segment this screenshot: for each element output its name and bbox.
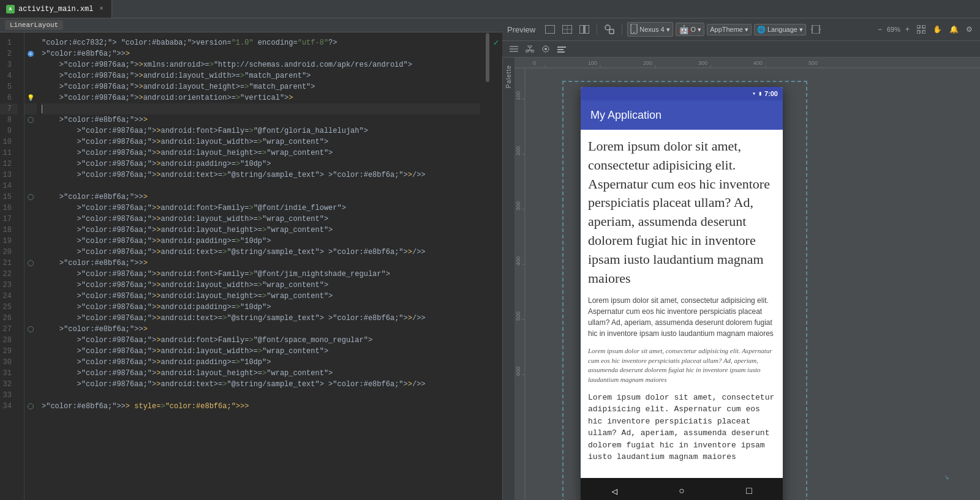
- line-number: 26: [0, 313, 18, 324]
- svg-text:500: 500: [515, 312, 521, 321]
- code-content[interactable]: 1234567891011121314151617181920212223242…: [0, 32, 502, 500]
- line-icon-blue: c: [24, 48, 37, 59]
- code-line: >"color:#9876aa;">>android:text>=>"@stri…: [42, 313, 480, 324]
- constraint-button[interactable]: [539, 43, 552, 54]
- tab-activity-main[interactable]: A activity_main.xml ×: [0, 0, 112, 18]
- zoom-in-button[interactable]: +: [903, 24, 912, 35]
- theme-dropdown-arrow: ▾: [745, 26, 748, 34]
- status-time: 7:00: [764, 90, 778, 97]
- svg-point-27: [545, 48, 547, 50]
- preview-toolbar: Preview Nexus: [502, 18, 980, 41]
- line-icon-bulb: 💡: [24, 92, 37, 103]
- ruler-container: 0 100 200 300 400 500: [514, 58, 980, 500]
- fit-screen-button[interactable]: [914, 24, 928, 35]
- device-label: Nexus 4: [639, 26, 664, 33]
- phone-toolbar: My Application: [581, 100, 783, 130]
- svg-text:300: 300: [698, 60, 707, 66]
- palette-label: Palette: [505, 65, 512, 88]
- layout-size-button[interactable]: [809, 24, 823, 35]
- shape-button[interactable]: [602, 23, 617, 35]
- design-view-button[interactable]: [543, 24, 557, 35]
- line-icon-empty: [24, 269, 37, 280]
- code-line: >"color:#e8bf6a;">>>: [42, 114, 480, 125]
- code-line: >"color:#e8bf6a;">>>: [42, 48, 480, 59]
- svg-rect-13: [917, 25, 920, 28]
- code-line: >"color:#9876aa;">>android:layout_width>…: [42, 280, 480, 291]
- code-line: >"color:#9876aa;">>android:padding>=>"10…: [42, 357, 480, 368]
- line-icons: c💡: [24, 32, 37, 500]
- settings-button[interactable]: ⚙: [963, 24, 975, 35]
- line-number: 34: [0, 401, 18, 412]
- check-area: ✓: [490, 32, 502, 500]
- line-number: 3: [0, 59, 18, 70]
- line-number: 24: [0, 291, 18, 302]
- svg-text:600: 600: [515, 367, 521, 376]
- phone-screen: ▾ ▮ 7:00 My Application: [581, 87, 783, 500]
- device-dropdown[interactable]: Nexus 4 ▾: [627, 22, 673, 37]
- zoom-out-button[interactable]: −: [875, 24, 884, 35]
- svg-text:300: 300: [515, 201, 521, 211]
- language-dropdown[interactable]: 🌐 Language ▾: [754, 24, 806, 35]
- preview-panel: Preview Nexus: [502, 18, 980, 500]
- theme-dropdown[interactable]: AppTheme ▾: [707, 24, 752, 35]
- code-line: >"color:#e8bf6a;">>>: [42, 324, 480, 335]
- svg-rect-28: [557, 47, 566, 48]
- line-icon-empty: [24, 302, 37, 313]
- code-line: [42, 181, 480, 192]
- line-number: 32: [0, 379, 18, 390]
- svg-text:100: 100: [515, 91, 521, 100]
- blueprint-view-button[interactable]: [560, 24, 575, 35]
- lang-dropdown-arrow: ▾: [799, 26, 803, 34]
- file-icon: A: [6, 5, 15, 13]
- scrollbar[interactable]: [485, 32, 490, 500]
- line-icon-circle2: [24, 401, 37, 412]
- code-lines[interactable]: "color:#cc7832;"> "color:#bababa;">versi…: [37, 32, 485, 500]
- code-line: >"color:#9876aa;">>android:layout_width>…: [42, 70, 480, 81]
- zoom-label: 69%: [887, 26, 900, 33]
- svg-rect-4: [579, 25, 584, 34]
- notifications-button[interactable]: 🔔: [947, 24, 961, 35]
- main-area: LinearLayout 123456789101112131415161718…: [0, 18, 980, 500]
- toolbar-sep-2: [622, 24, 622, 35]
- resize-handle[interactable]: ↘: [944, 471, 949, 482]
- list-view-button[interactable]: [507, 44, 521, 54]
- code-line: "color:#cc7832;"> "color:#bababa;">versi…: [42, 37, 480, 48]
- line-number: 15: [0, 192, 18, 203]
- api-dropdown-arrow: ▾: [698, 26, 701, 34]
- breadcrumb-bar: LinearLayout: [0, 18, 502, 32]
- line-number: 33: [0, 390, 18, 401]
- code-line: >"color:#9876aa;">>android:layout_height…: [42, 291, 480, 302]
- code-line: >"color:#9876aa;">>android:layout_width>…: [42, 346, 480, 357]
- code-line: >"color:#e8bf6a;">>>: [42, 192, 480, 203]
- scroll-thumb[interactable]: [486, 33, 489, 82]
- attribute-button[interactable]: [555, 43, 568, 54]
- line-number: 25: [0, 302, 18, 313]
- line-number: 1: [0, 37, 18, 48]
- code-line: >"color:#9876aa;">>android:font>Family=>…: [42, 203, 480, 214]
- line-number: 31: [0, 368, 18, 379]
- line-icon-circle: [24, 258, 37, 269]
- text-block-space: Lorem ipsum dolor sit amet, consectetur …: [588, 392, 775, 463]
- code-line: >"color:#9876aa;">>android:layout_height…: [42, 368, 480, 379]
- code-line: >"color:#9876aa;">>android:text>=>"@stri…: [42, 170, 480, 181]
- device-dropdown-arrow: ▾: [666, 26, 670, 34]
- split-view-button[interactable]: [577, 24, 592, 35]
- line-icon-empty: [24, 379, 37, 390]
- tab-close-button[interactable]: ×: [97, 5, 105, 13]
- code-line: >"color:#9876aa;">>android:layout_height…: [42, 81, 480, 92]
- svg-point-9: [633, 32, 635, 33]
- code-line: [42, 390, 480, 401]
- component-tree-button[interactable]: [523, 44, 537, 54]
- recent-icon: □: [746, 486, 752, 497]
- api-dropdown[interactable]: 🤖 O ▾: [676, 23, 705, 36]
- svg-rect-15: [917, 31, 920, 34]
- code-line: >"color:#e8bf6a;">>>: [42, 258, 480, 269]
- phone-content: Lorem ipsum dolor sit amet, consectetur …: [581, 130, 783, 478]
- line-number: 6: [0, 92, 18, 103]
- line-icon-empty: [24, 368, 37, 379]
- pan-button[interactable]: ✋: [930, 24, 944, 35]
- preview-toolbar2: [502, 41, 980, 58]
- canvas-area: ▾ ▮ 7:00 My Application: [526, 69, 980, 500]
- line-number: 20: [0, 247, 18, 258]
- code-line: >"color:#9876aa;">>android:layout_height…: [42, 225, 480, 236]
